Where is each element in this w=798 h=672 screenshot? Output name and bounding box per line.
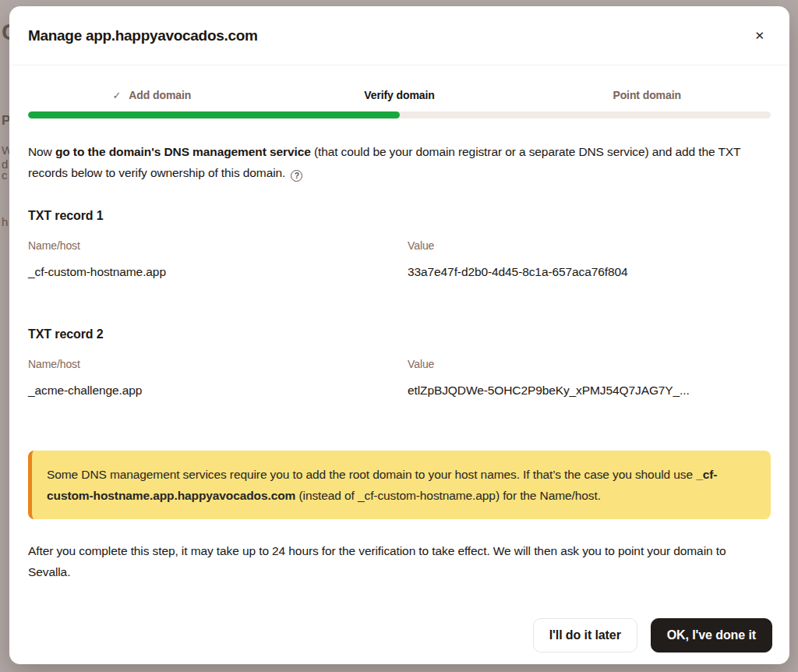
step-add-domain: ✓ Add domain bbox=[28, 89, 276, 101]
close-button[interactable]: ✕ bbox=[750, 27, 769, 44]
outro-paragraph: After you complete this step, it may tak… bbox=[28, 540, 771, 582]
txt-record-1: TXT record 1 Name/host Value _cf-custom-… bbox=[28, 209, 771, 279]
dns-root-domain-warning: Some DNS management services require you… bbox=[28, 451, 771, 519]
record-value-value: 33a7e47f-d2b0-4d45-8c1a-657aca76f804 bbox=[408, 265, 771, 279]
record-title: TXT record 2 bbox=[28, 327, 771, 341]
txt-record-2: TXT record 2 Name/host Value _acme-chall… bbox=[28, 327, 771, 398]
modal-header: Manage app.happyavocados.com ✕ bbox=[9, 6, 789, 65]
value-label: Value bbox=[408, 358, 771, 370]
intro-paragraph: Now go to the domain's DNS management se… bbox=[28, 141, 771, 183]
step-label: Point domain bbox=[613, 89, 680, 101]
record-name-value: _acme-challenge.app bbox=[28, 384, 408, 398]
record-title: TXT record 1 bbox=[28, 209, 771, 223]
intro-bold: go to the domain's DNS management servic… bbox=[55, 145, 311, 158]
progress-bar bbox=[28, 111, 771, 118]
alert-pre: Some DNS management services require you… bbox=[47, 468, 696, 481]
step-label: Add domain bbox=[129, 89, 191, 101]
outro-post: . bbox=[67, 565, 70, 578]
name-host-label: Name/host bbox=[28, 239, 408, 252]
ok-done-button[interactable]: OK, I've done it bbox=[651, 618, 772, 653]
brand-name: Sevalla bbox=[28, 565, 67, 578]
step-label: Verify domain bbox=[364, 89, 435, 101]
name-host-label: Name/host bbox=[28, 358, 408, 370]
record-name-value: _cf-custom-hostname.app bbox=[28, 265, 408, 279]
record-value-value: etlZpBJQDWe-5OHC2P9beKy_xPMJ54Q7JAG7Y_..… bbox=[408, 384, 771, 398]
stepper: ✓ Add domain Verify domain Point domain bbox=[28, 89, 771, 101]
do-it-later-button[interactable]: I'll do it later bbox=[533, 618, 637, 653]
progress-fill bbox=[28, 111, 400, 118]
modal-footer: I'll do it later OK, I've done it bbox=[9, 618, 789, 664]
outro-pre: After you complete this step, it may tak… bbox=[28, 544, 726, 557]
step-point-domain: Point domain bbox=[523, 89, 771, 101]
step-verify-domain: Verify domain bbox=[276, 89, 524, 101]
close-icon: ✕ bbox=[754, 29, 764, 42]
alert-post: (instead of _cf-custom-hostname.app) for… bbox=[295, 489, 601, 502]
check-icon: ✓ bbox=[112, 90, 121, 101]
help-icon[interactable]: ? bbox=[291, 170, 302, 182]
intro-pre: Now bbox=[28, 145, 55, 158]
modal-body: ✓ Add domain Verify domain Point domain … bbox=[9, 65, 789, 618]
value-label: Value bbox=[408, 239, 771, 252]
modal-title: Manage app.happyavocados.com bbox=[28, 27, 258, 44]
manage-domain-modal: Manage app.happyavocados.com ✕ ✓ Add dom… bbox=[9, 6, 789, 664]
